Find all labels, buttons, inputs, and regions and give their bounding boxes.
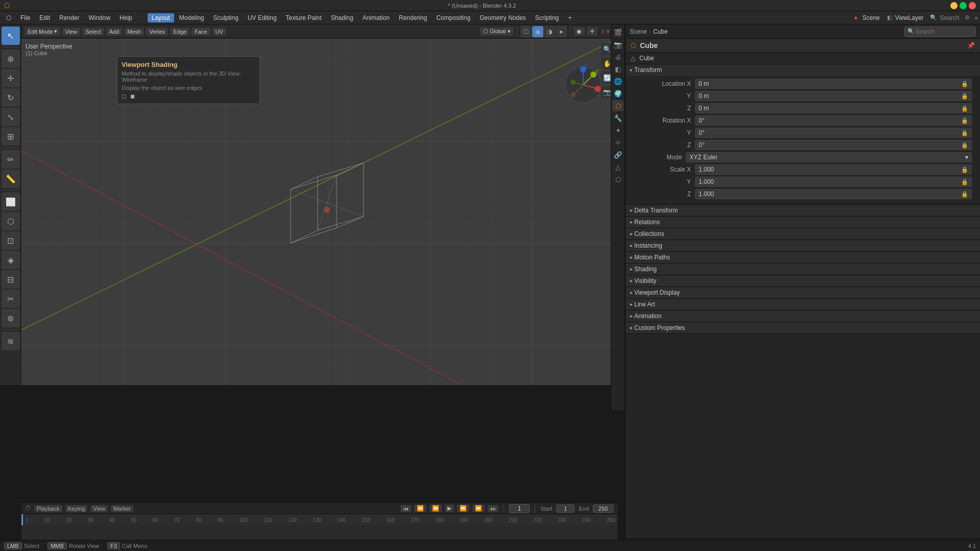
- minimize-button[interactable]: [950, 2, 958, 9]
- close-button[interactable]: [969, 2, 976, 9]
- workspace-tab-rendering[interactable]: Rendering: [395, 13, 431, 22]
- rotation-mode-select[interactable]: XYZ Euler ▾: [686, 152, 972, 162]
- workspace-tab-modeling[interactable]: Modeling: [175, 13, 208, 22]
- viewport-uv-menu[interactable]: UV: [212, 28, 226, 36]
- menu-item-file[interactable]: File: [16, 13, 34, 22]
- viewport-overlay-toggle[interactable]: ◉: [573, 27, 585, 36]
- prop-icon-particles[interactable]: ✦: [612, 125, 624, 136]
- object-name-display[interactable]: Cube: [640, 41, 658, 50]
- motion-paths-header[interactable]: ▾ Motion Paths: [626, 252, 980, 263]
- location-y-value[interactable]: 0 m 🔒: [695, 91, 972, 101]
- shade-material[interactable]: ◑: [544, 26, 555, 37]
- instancing-header[interactable]: ▾ Instancing: [626, 240, 980, 251]
- menu-item-edit[interactable]: Edit: [35, 13, 54, 22]
- tool-smooth[interactable]: ≋: [2, 332, 20, 350]
- tool-cursor[interactable]: ⊕: [2, 50, 20, 68]
- workspace-tab-compositing[interactable]: Compositing: [432, 13, 474, 22]
- keying-menu[interactable]: Keying: [65, 505, 88, 512]
- play-button[interactable]: ▶: [445, 505, 454, 512]
- viewport-transform-pivot[interactable]: ⬡ Global ▾: [480, 27, 514, 36]
- prop-icon-render[interactable]: 📷: [612, 39, 624, 50]
- custom-properties-header[interactable]: ▾ Custom Properties: [626, 322, 980, 333]
- tool-move[interactable]: ✛: [2, 69, 20, 87]
- start-frame-input[interactable]: 1: [556, 505, 575, 513]
- tool-select[interactable]: ↖: [2, 27, 20, 45]
- prop-icon-output[interactable]: 🖨: [612, 51, 624, 62]
- viewport-display-header[interactable]: ▾ Viewport Display: [626, 287, 980, 298]
- tool-bevel[interactable]: ◈: [2, 251, 20, 269]
- tool-loopcut[interactable]: ⊟: [2, 270, 20, 289]
- prop-icon-material[interactable]: ⬡: [612, 174, 624, 185]
- prop-icon-modifier[interactable]: 🔧: [612, 112, 624, 124]
- marker-menu[interactable]: Marker: [111, 505, 133, 512]
- menu-item-render[interactable]: Render: [55, 13, 83, 22]
- prop-icon-scene[interactable]: 🎬: [612, 27, 624, 38]
- workspace-tab-shading[interactable]: Shading: [327, 13, 357, 22]
- prop-icon-view-layer[interactable]: ◧: [612, 63, 624, 75]
- shade-wireframe[interactable]: ⬡: [520, 26, 532, 37]
- animation-header[interactable]: ▾ Animation: [626, 310, 980, 322]
- relations-header[interactable]: ▾ Relations: [626, 217, 980, 228]
- playback-menu[interactable]: Playback: [34, 505, 62, 512]
- collections-header[interactable]: ▾ Collections: [626, 228, 980, 239]
- prev-keyframe-button[interactable]: ⏪: [429, 505, 442, 512]
- top-right-search[interactable]: Search: [940, 14, 960, 21]
- location-x-value[interactable]: 0 m 🔒: [695, 79, 972, 89]
- menu-item-window[interactable]: Window: [84, 13, 114, 22]
- delta-transform-header[interactable]: ▾ Delta Transform: [626, 205, 980, 216]
- menu-item-help[interactable]: Help: [115, 13, 136, 22]
- tool-polypen[interactable]: ⊛: [2, 309, 20, 327]
- prop-icon-scene2[interactable]: 🌐: [612, 76, 624, 87]
- viewport-mesh-menu[interactable]: Mesh: [124, 28, 144, 36]
- viewport-add-menu[interactable]: Add: [106, 28, 123, 36]
- viewport-view-menu[interactable]: View: [62, 28, 81, 36]
- prev-frame-button[interactable]: ⏪: [414, 505, 426, 512]
- prop-icon-world[interactable]: 🌍: [612, 88, 624, 99]
- prop-icon-object[interactable]: ⬡: [612, 100, 624, 111]
- rotation-x-value[interactable]: 0° 🔒: [695, 115, 972, 126]
- maximize-button[interactable]: [960, 2, 967, 9]
- workspace-tab-sculpting[interactable]: Sculpting: [209, 13, 243, 22]
- workspace-tab-add[interactable]: +: [564, 13, 576, 22]
- tool-extrude[interactable]: ⬡: [2, 212, 20, 230]
- rotation-z-value[interactable]: 0° 🔒: [695, 140, 972, 150]
- rotation-y-value[interactable]: 0° 🔒: [695, 128, 972, 138]
- prop-icon-physics[interactable]: ⚛: [612, 137, 624, 148]
- prop-icon-constraints[interactable]: 🔗: [612, 149, 624, 160]
- shade-solid[interactable]: ◉: [532, 26, 543, 37]
- end-frame-input[interactable]: 250: [593, 505, 613, 513]
- view-menu-timeline[interactable]: View: [90, 505, 108, 512]
- scale-z-value[interactable]: 1.000 🔒: [695, 189, 972, 199]
- workspace-tab-uv[interactable]: UV Editing: [244, 13, 281, 22]
- tool-rotate[interactable]: ↻: [2, 88, 20, 107]
- viewport-3d[interactable]: Edit Mode ▾ View Select Add Mesh Vertex …: [21, 25, 617, 385]
- tool-scale[interactable]: ⤡: [2, 108, 20, 126]
- menu-item-blender[interactable]: ⬡: [2, 13, 15, 22]
- viewport-face-menu[interactable]: Face: [192, 28, 210, 36]
- next-frame-button[interactable]: ⏩: [472, 505, 485, 512]
- transform-section-header[interactable]: ▾ Transform: [626, 64, 980, 76]
- mesh-name-display[interactable]: Cube: [639, 55, 654, 62]
- viewport-edge-menu[interactable]: Edge: [170, 28, 189, 36]
- line-art-header[interactable]: ▾ Line Art: [626, 299, 980, 310]
- viewport-gizmo-toggle[interactable]: ✛: [587, 27, 597, 36]
- tool-transform[interactable]: ⊞: [2, 127, 20, 146]
- visibility-header[interactable]: ▾ Visibility: [626, 275, 980, 286]
- next-keyframe-button[interactable]: ⏩: [457, 505, 469, 512]
- go-end-button[interactable]: ⏭: [488, 505, 498, 512]
- viewport-vertex-menu[interactable]: Vertex: [146, 28, 168, 36]
- location-z-value[interactable]: 0 m 🔒: [695, 103, 972, 113]
- scale-x-value[interactable]: 1.000 🔒: [695, 164, 972, 175]
- viewport-mode-dropdown[interactable]: Edit Mode ▾: [25, 27, 60, 36]
- tool-inset[interactable]: ⊡: [2, 231, 20, 250]
- scale-y-value[interactable]: 1.000 🔒: [695, 177, 972, 187]
- prop-icon-data[interactable]: △: [612, 161, 624, 173]
- tool-add-cube[interactable]: ⬜: [2, 193, 20, 211]
- workspace-tab-layout[interactable]: Layout: [148, 13, 174, 22]
- workspace-tab-geometry[interactable]: Geometry Nodes: [475, 13, 530, 22]
- current-frame-display[interactable]: 1: [509, 504, 530, 513]
- tool-measure[interactable]: 📏: [2, 170, 20, 188]
- go-start-button[interactable]: ⏮: [400, 505, 411, 512]
- viewport-select-menu[interactable]: Select: [82, 28, 104, 36]
- tool-knife[interactable]: ✂: [2, 290, 20, 308]
